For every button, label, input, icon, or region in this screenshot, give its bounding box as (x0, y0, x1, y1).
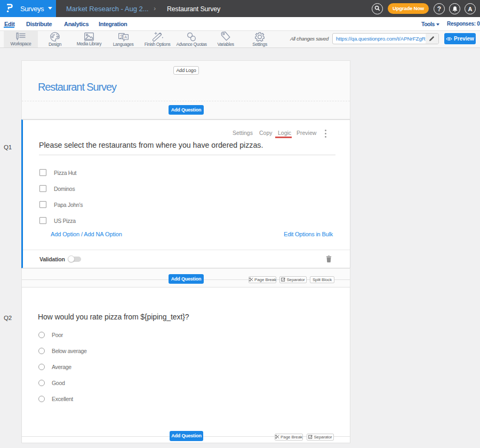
svg-text:A: A (124, 35, 127, 39)
